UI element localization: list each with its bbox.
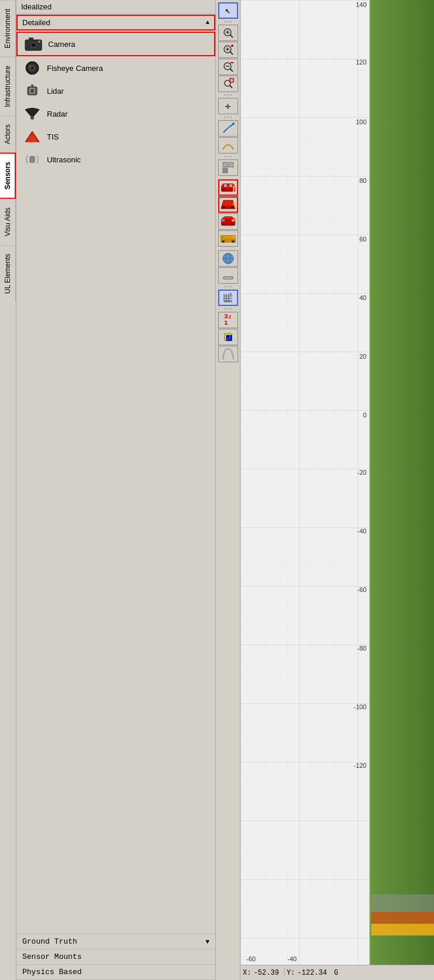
svg-rect-39: [223, 168, 228, 173]
dropdown-arrow-icon: ▼: [205, 938, 209, 945]
tool-vehicle3[interactable]: [218, 213, 238, 230]
svg-rect-49: [223, 201, 233, 206]
tool-sep-3: [225, 115, 232, 120]
sensor-lidar-label: Lidar: [47, 87, 64, 96]
tool-zoom-fit[interactable]: [218, 25, 238, 41]
curve-icon: [222, 348, 235, 360]
svg-point-15: [30, 116, 34, 120]
svg-point-36: [232, 122, 235, 125]
tool-vehicle2[interactable]: [218, 196, 238, 213]
svg-line-30: [230, 69, 233, 72]
svg-rect-73: [226, 335, 232, 341]
tool-vehicle1[interactable]: [218, 179, 238, 196]
vtab-environment[interactable]: Environment: [0, 0, 16, 57]
svg-rect-56: [231, 223, 234, 226]
tool-zoom-out[interactable]: [218, 59, 238, 75]
tool-sep-7: [225, 284, 232, 289]
sensor-item-camera[interactable]: Camera: [16, 32, 215, 56]
tool-curve[interactable]: [218, 346, 238, 362]
lidar-icon: [22, 83, 42, 99]
tool-select[interactable]: ↖: [218, 2, 238, 19]
fisheye-icon: [22, 60, 42, 76]
draw-road-icon: [222, 122, 235, 135]
svg-rect-62: [232, 240, 235, 243]
svg-rect-37: [223, 162, 228, 167]
sensor-item-radar[interactable]: Radar: [16, 103, 215, 125]
ruler-120: 120: [356, 59, 367, 66]
svg-line-34: [230, 86, 232, 88]
bottom-tab-sensor-mounts[interactable]: Sensor Mounts: [16, 950, 215, 965]
ruler-bottom-minus40: -40: [287, 955, 297, 962]
tool-zoom-rect[interactable]: [218, 76, 238, 92]
y-coord-value: -122.34: [297, 969, 331, 977]
globe-icon: [222, 252, 235, 265]
sensor-radar-label: Radar: [47, 110, 67, 118]
sensor-ultrasonic-label: Ultrasonic: [47, 155, 81, 164]
tool-grid-toggle[interactable]: [218, 290, 238, 306]
vtab-actors[interactable]: Actors: [0, 115, 16, 152]
svg-point-13: [30, 89, 34, 93]
layers-icon: [222, 331, 235, 343]
svg-rect-38: [229, 162, 233, 167]
tool-globe[interactable]: [218, 250, 238, 267]
ruler-minus60: -60: [357, 586, 367, 593]
svg-marker-54: [222, 216, 235, 219]
svg-rect-71: [224, 277, 232, 279]
vtab-sensors[interactable]: Sensors: [0, 152, 16, 199]
x-coord-value: -52.39: [253, 969, 284, 977]
category-detailed[interactable]: Detailed ▲: [16, 15, 215, 30]
svg-rect-61: [222, 240, 225, 243]
svg-point-3: [32, 44, 35, 46]
svg-point-5: [38, 40, 40, 43]
tool-sep-1: [225, 19, 232, 24]
ruler-minus120: -120: [354, 762, 367, 769]
tool-arc[interactable]: [218, 137, 238, 154]
sensor-item-tis[interactable]: TIS: [16, 125, 215, 148]
cursor-icon: ↖: [225, 5, 231, 16]
svg-rect-63: [221, 236, 223, 238]
status-bar: X: -52.39 Y: -122.34 G: [240, 965, 434, 980]
tool-draw-road[interactable]: [218, 120, 238, 137]
bottom-tab-physics-based[interactable]: Physics Based: [16, 965, 215, 980]
junction-icon: [222, 161, 235, 174]
sensor-item-ultrasonic[interactable]: Ultrasonic: [16, 148, 215, 171]
vtab-ul-elements[interactable]: UL Elements: [0, 245, 16, 302]
svg-rect-55: [222, 223, 225, 226]
tool-counter[interactable]: 3₂1: [218, 312, 238, 328]
tool-vehicle4[interactable]: [218, 230, 238, 247]
sensor-item-lidar[interactable]: Lidar: [16, 80, 215, 103]
svg-point-10: [29, 66, 31, 67]
sensor-item-fisheye[interactable]: Fisheye Camera: [16, 57, 215, 80]
y-coord-label: Y:: [284, 969, 297, 977]
tool-pan[interactable]: ✛: [218, 98, 238, 114]
zoom-rect-icon: [222, 78, 234, 90]
ruler-0: 0: [363, 411, 367, 418]
svg-rect-51: [222, 206, 225, 209]
tool-layers[interactable]: [218, 329, 238, 345]
x-coord-label: X:: [240, 969, 253, 977]
ruler-bottom-minus60: -60: [246, 955, 256, 962]
zoom-out-icon: [222, 61, 234, 73]
tool-zoom-in[interactable]: [218, 42, 238, 58]
svg-rect-45: [224, 184, 227, 187]
tool-road-profile[interactable]: [218, 267, 238, 284]
svg-marker-42: [221, 183, 235, 186]
vehicle1-icon: [220, 181, 236, 194]
svg-rect-46: [229, 184, 232, 187]
svg-rect-32: [230, 62, 233, 63]
ruler-minus40: -40: [357, 528, 367, 535]
ruler-100: 100: [356, 118, 367, 125]
svg-rect-58: [232, 219, 235, 222]
vehicle4-icon: [220, 232, 236, 245]
vehicle3-icon: [220, 215, 236, 228]
svg-rect-18: [30, 156, 35, 162]
category-idealized[interactable]: Idealized: [16, 0, 215, 14]
vtab-infrastructure[interactable]: Infrastructure: [0, 57, 16, 115]
svg-line-20: [230, 35, 233, 38]
chevron-up-icon: ▲: [206, 19, 209, 26]
vehicle2-icon: [220, 198, 236, 211]
bottom-tab-ground-truth[interactable]: Ground Truth ▼: [16, 934, 215, 950]
tool-junction[interactable]: [218, 159, 238, 176]
sensor-tis-label: TIS: [47, 132, 59, 141]
vtab-visu-aids[interactable]: Visu Aids: [0, 199, 16, 244]
